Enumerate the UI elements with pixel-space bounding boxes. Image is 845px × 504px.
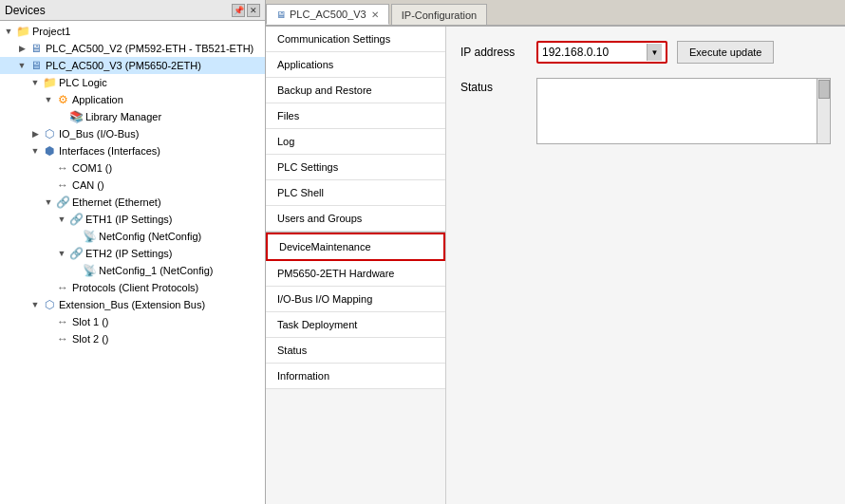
tree-item-application[interactable]: ⚙Application — [0, 91, 265, 108]
menu-item-plc_settings[interactable]: PLC Settings — [266, 155, 445, 180]
tree-item-com1[interactable]: ↔COM1 () — [0, 159, 265, 177]
menu-panel: Communication SettingsApplicationsBackup… — [266, 27, 446, 504]
tree-toggle[interactable] — [28, 144, 42, 158]
tree-toggle[interactable] — [28, 76, 42, 89]
menu-item-applications[interactable]: Applications — [266, 52, 445, 78]
tree-item-plc_v3[interactable]: 🖥PLC_AC500_V3 (PM5650-2ETH) — [0, 57, 265, 74]
tree-item-lib_manager[interactable]: 📚Library Manager — [0, 108, 265, 125]
tree-item-io_bus[interactable]: ⬡IO_Bus (I/O-Bus) — [0, 125, 265, 142]
ip-address-label: IP address — [460, 46, 527, 59]
tree-item-plc_logic[interactable]: 📁PLC Logic — [0, 74, 265, 91]
menu-item-label: Communication Settings — [277, 33, 390, 45]
com-icon: ↔ — [55, 280, 70, 295]
tree-item-ext_bus[interactable]: ⬡Extension_Bus (Extension Bus) — [0, 296, 265, 313]
plc-icon: 🖥 — [28, 58, 44, 73]
tree-item-slot1[interactable]: ↔Slot 1 () — [0, 313, 265, 330]
close-panel-button[interactable]: ✕ — [247, 4, 260, 17]
app-icon: ⚙ — [55, 92, 70, 107]
tree-label: PLC_AC500_V3 (PM5650-2ETH) — [46, 60, 201, 71]
tree-item-interfaces[interactable]: ⬢Interfaces (Interfaces) — [0, 142, 265, 159]
scrollbar-thumb[interactable] — [818, 80, 830, 99]
com-icon: ↔ — [55, 177, 70, 193]
pin-button[interactable]: 📌 — [232, 4, 245, 17]
tab-plc-icon: 🖥 — [276, 9, 286, 20]
menu-item-comm_settings[interactable]: Communication Settings — [266, 27, 445, 52]
tree-toggle[interactable] — [15, 42, 28, 55]
tree-item-eth1[interactable]: 🔗ETH1 (IP Settings) — [0, 211, 265, 228]
content-area: Communication SettingsApplicationsBackup… — [266, 27, 845, 504]
tree-item-project1[interactable]: 📁Project1 — [0, 23, 265, 40]
menu-item-label: Users and Groups — [277, 213, 362, 224]
net-icon: 📡 — [82, 263, 97, 278]
status-box — [536, 78, 831, 144]
tree-toggle[interactable] — [2, 25, 15, 38]
tree-toggle[interactable] — [28, 298, 42, 311]
menu-item-label: Files — [277, 110, 299, 121]
tree-item-slot2[interactable]: ↔Slot 2 () — [0, 330, 265, 347]
ip-input-group: ▼ — [536, 41, 667, 64]
devices-panel: Devices 📌 ✕ 📁Project1🖥PLC_AC500_V2 (PM59… — [0, 0, 266, 504]
tree-toggle[interactable] — [55, 247, 68, 260]
tree-label: IO_Bus (I/O-Bus) — [59, 128, 139, 140]
menu-item-device_maintenance[interactable]: DeviceMaintenance — [266, 233, 445, 261]
menu-item-backup_restore[interactable]: Backup and Restore — [266, 78, 445, 103]
menu-item-label: Log — [277, 136, 294, 147]
tree-item-can[interactable]: ↔CAN () — [0, 177, 265, 194]
status-section: Status — [460, 78, 831, 144]
tree-label: Slot 1 () — [72, 316, 109, 327]
device-tree: 📁Project1🖥PLC_AC500_V2 (PM592-ETH - TB52… — [0, 21, 265, 504]
execute-update-button[interactable]: Execute update — [677, 41, 774, 64]
io-icon: ⬡ — [42, 126, 57, 141]
tree-label: Slot 2 () — [72, 333, 109, 345]
menu-item-status[interactable]: Status — [266, 338, 445, 364]
ip-dropdown-button[interactable]: ▼ — [647, 44, 662, 61]
tree-toggle[interactable] — [28, 127, 42, 140]
eth-icon: 🔗 — [68, 212, 84, 227]
tab-label: PLC_AC500_V3 — [290, 9, 366, 20]
slot-icon: ↔ — [55, 331, 70, 346]
devices-panel-header: Devices 📌 ✕ — [0, 0, 265, 21]
menu-item-label: Information — [277, 370, 329, 382]
menu-item-task_deployment[interactable]: Task Deployment — [266, 312, 445, 338]
tab-ip_config_tab[interactable]: IP-Configuration — [391, 4, 488, 25]
tree-item-netconfig2[interactable]: 📡NetConfig_1 (NetConfig) — [0, 262, 265, 279]
menu-item-users_groups[interactable]: Users and Groups — [266, 206, 445, 232]
tree-label: ETH1 (IP Settings) — [85, 214, 173, 225]
status-label: Status — [460, 78, 527, 94]
tree-item-netconfig1[interactable]: 📡NetConfig (NetConfig) — [0, 228, 265, 245]
menu-item-files[interactable]: Files — [266, 103, 445, 129]
tree-label: Ethernet (Ethernet) — [72, 196, 161, 208]
tree-toggle[interactable] — [42, 93, 55, 106]
lib-icon: 📚 — [68, 109, 84, 124]
tree-item-eth2[interactable]: 🔗ETH2 (IP Settings) — [0, 245, 265, 262]
menu-item-label: Task Deployment — [277, 319, 357, 330]
menu-item-pm5650_hw[interactable]: PM5650-2ETH Hardware — [266, 261, 445, 287]
menu-item-information[interactable]: Information — [266, 364, 445, 389]
tree-label: PLC_AC500_V2 (PM592-ETH - TB521-ETH) — [46, 43, 254, 54]
tab-plc_v3_tab[interactable]: 🖥PLC_AC500_V3✕ — [266, 4, 389, 25]
menu-item-label: Backup and Restore — [277, 84, 372, 96]
folder-icon: 📁 — [15, 24, 30, 39]
tree-toggle[interactable] — [55, 213, 68, 226]
tree-item-plc_v2[interactable]: 🖥PLC_AC500_V2 (PM592-ETH - TB521-ETH) — [0, 40, 265, 57]
tree-toggle[interactable] — [15, 59, 28, 72]
ip-address-input[interactable] — [542, 46, 647, 59]
tree-item-ethernet[interactable]: 🔗Ethernet (Ethernet) — [0, 194, 265, 211]
tree-label: Extension_Bus (Extension Bus) — [59, 299, 205, 310]
menu-item-log[interactable]: Log — [266, 129, 445, 155]
tree-label: CAN () — [72, 179, 104, 191]
tree-label: NetConfig_1 (NetConfig) — [99, 265, 213, 276]
com-icon: ↔ — [55, 160, 70, 176]
menu-item-label: Status — [277, 345, 307, 356]
net-icon: 📡 — [82, 229, 97, 244]
menu-item-plc_shell[interactable]: PLC Shell — [266, 180, 445, 206]
tree-label: Project1 — [32, 26, 70, 37]
tree-toggle[interactable] — [42, 196, 55, 209]
menu-item-label: PLC Settings — [277, 161, 338, 173]
tree-item-protocols[interactable]: ↔Protocols (Client Protocols) — [0, 279, 265, 296]
menu-item-label: PLC Shell — [277, 187, 324, 198]
status-scrollbar[interactable] — [817, 79, 830, 143]
menu-item-io_mapping[interactable]: I/O-Bus I/O Mapping — [266, 287, 445, 312]
folder-icon: 📁 — [42, 75, 57, 90]
tab-close-button[interactable]: ✕ — [371, 9, 379, 20]
